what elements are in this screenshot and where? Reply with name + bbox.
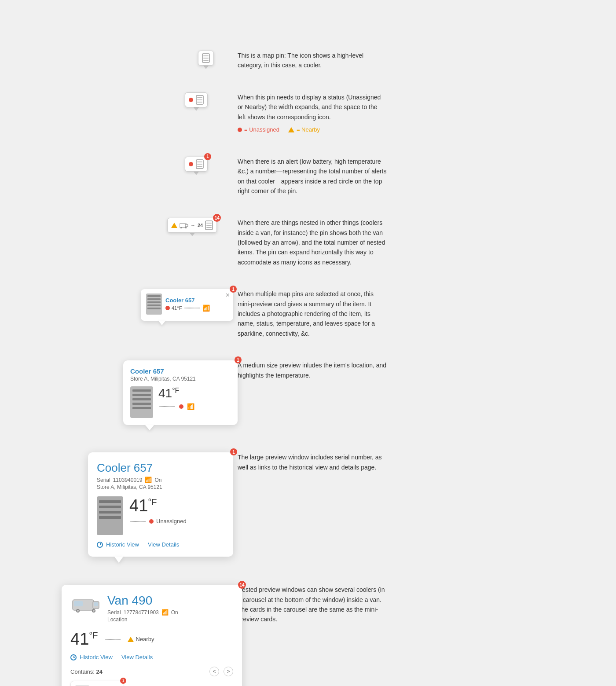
van-historic-view-link[interactable]: Historic View <box>70 654 113 660</box>
svg-rect-9 <box>197 161 202 162</box>
alert-pin-description: When there is an alert (low battery, hig… <box>238 157 387 196</box>
alert-badge-1: 1 <box>204 153 211 160</box>
historic-view-link[interactable]: Historic View <box>97 541 139 548</box>
svg-rect-19 <box>206 227 212 228</box>
pin-body-basic <box>198 51 214 66</box>
nested-pin: → 24 14 <box>167 218 217 236</box>
svg-rect-10 <box>197 164 202 165</box>
large-cooler-image <box>97 496 123 535</box>
large-temperature: 41°F <box>129 496 187 515</box>
cooler-icon-alert <box>196 159 204 169</box>
svg-rect-7 <box>197 102 202 103</box>
carousel-item: Cooler 1159 41°F 📶 <box>70 681 123 686</box>
mini-status-dot <box>165 306 170 310</box>
van-nearby-label: Nearby <box>136 636 154 642</box>
large-status-row: Unassigned <box>129 518 187 525</box>
van-contains-label: Contains: <box>70 668 95 675</box>
van-wifi-label: On <box>171 609 178 616</box>
medium-cooler-name: Cooler 657 <box>130 367 231 375</box>
large-status-dot <box>149 519 154 524</box>
nested-count: 24 <box>198 223 203 228</box>
van-name: Van 490 <box>107 594 178 608</box>
basic-pin-description: This is a map pin: The icon shows a high… <box>238 51 387 70</box>
large-location: Store A, Milipitas, CA 95121 <box>97 484 224 490</box>
medium-preview-description: A medium size preview inludes the item's… <box>238 360 387 380</box>
mini-wifi-icon: 📶 <box>202 304 210 312</box>
pin-tail-status <box>194 107 199 111</box>
view-details-label: View Details <box>148 541 179 548</box>
medium-status-dot <box>179 404 183 409</box>
carousel-items: Cooler 1159 41°F 📶 <box>70 681 233 686</box>
svg-rect-23 <box>94 602 98 606</box>
pin-tail-alert <box>194 172 199 175</box>
van-image <box>70 594 101 615</box>
status-pin <box>185 92 208 111</box>
legend-nearby-label: = Nearby <box>297 125 320 135</box>
svg-rect-22 <box>74 601 83 606</box>
preview-van-card: Van 490 Serial 127784771903 📶 On Locatio… <box>62 585 242 686</box>
cooler-icon <box>202 53 210 63</box>
preview-van-container: Van 490 Serial 127784771903 📶 On Locatio… <box>62 585 242 686</box>
large-serial-row: Serial 1103940019 📶 On <box>97 477 224 483</box>
mini-cooler-name: Cooler 657 <box>165 297 210 304</box>
medium-sparkline <box>159 406 175 407</box>
unassigned-dot <box>189 98 193 102</box>
large-links-row: Historic View View Details <box>97 541 224 548</box>
van-serial-row: Serial 127784771903 📶 On <box>107 609 178 616</box>
mini-preview-description: When multiple map pins are selected at o… <box>238 289 387 338</box>
medium-icons-row: 📶 <box>158 403 194 410</box>
van-nearby-badge: Nearby <box>128 636 154 642</box>
mini-sparkline <box>184 308 200 308</box>
carousel-next-button[interactable]: > <box>224 667 233 676</box>
mini-temp-row: 41°F 📶 <box>165 304 210 312</box>
medium-cooler-location: Store A, Milipitas, CA 95121 <box>130 376 231 382</box>
carousel-nav: < > <box>209 667 233 676</box>
medium-cooler-image <box>130 386 153 418</box>
svg-rect-1 <box>203 55 209 56</box>
svg-rect-2 <box>203 58 209 59</box>
mini-temperature: 41°F <box>172 305 182 311</box>
large-serial-value: 1103940019 <box>113 477 143 483</box>
historic-view-icon <box>97 542 103 548</box>
large-sparkline <box>130 521 146 522</box>
legend-nearby-tri <box>288 127 294 132</box>
van-view-details-link[interactable]: View Details <box>121 654 153 660</box>
van-contains-count: 24 <box>96 668 103 675</box>
svg-rect-13 <box>185 224 188 227</box>
cooler-icon-status <box>196 95 204 105</box>
svg-point-25 <box>77 610 79 612</box>
large-card-tail <box>114 557 123 563</box>
van-temp-row: 41°F Nearby <box>70 630 233 649</box>
status-pin-description: When this pin needs to display a status … <box>238 92 387 122</box>
svg-rect-17 <box>206 223 212 224</box>
mini-card-tail <box>158 321 165 325</box>
nested-pin-nearby-tri <box>171 223 177 228</box>
medium-temperature: 41°F <box>158 386 194 400</box>
van-serial-value: 127784771903 <box>124 609 159 616</box>
preview-mini-card: × Cooler 657 <box>141 289 233 321</box>
mini-cooler-image <box>146 293 162 315</box>
pin-body-status <box>185 92 208 107</box>
view-details-link[interactable]: View Details <box>148 541 179 548</box>
van-temperature: 41°F <box>70 630 98 649</box>
preview-large-container: Cooler 657 Serial 1103940019 📶 On Store … <box>88 452 233 563</box>
legend-unassigned-dot <box>238 128 242 132</box>
large-wifi-icon: 📶 <box>145 477 152 483</box>
preview-mini-container: × Cooler 657 <box>141 289 233 325</box>
van-nearby-tri <box>128 637 134 642</box>
pin-body-alert <box>185 157 208 172</box>
large-cooler-name: Cooler 657 <box>97 461 224 475</box>
carousel-prev-button[interactable]: < <box>209 667 219 676</box>
preview-medium-container: Cooler 657 Store A, Milipitas, CA 95121 <box>123 360 238 430</box>
van-serial-label: Serial <box>107 609 121 616</box>
svg-rect-6 <box>197 99 202 100</box>
close-button[interactable]: × <box>226 292 230 299</box>
large-preview-description: The large preview window includes serial… <box>238 452 387 472</box>
large-serial-label: Serial <box>97 477 110 483</box>
svg-rect-3 <box>203 60 209 61</box>
svg-rect-11 <box>197 166 202 167</box>
van-svg <box>72 595 100 613</box>
van-sparkline <box>105 639 121 640</box>
alert-pin-status-dot <box>189 162 193 166</box>
medium-card-tail <box>145 425 154 430</box>
